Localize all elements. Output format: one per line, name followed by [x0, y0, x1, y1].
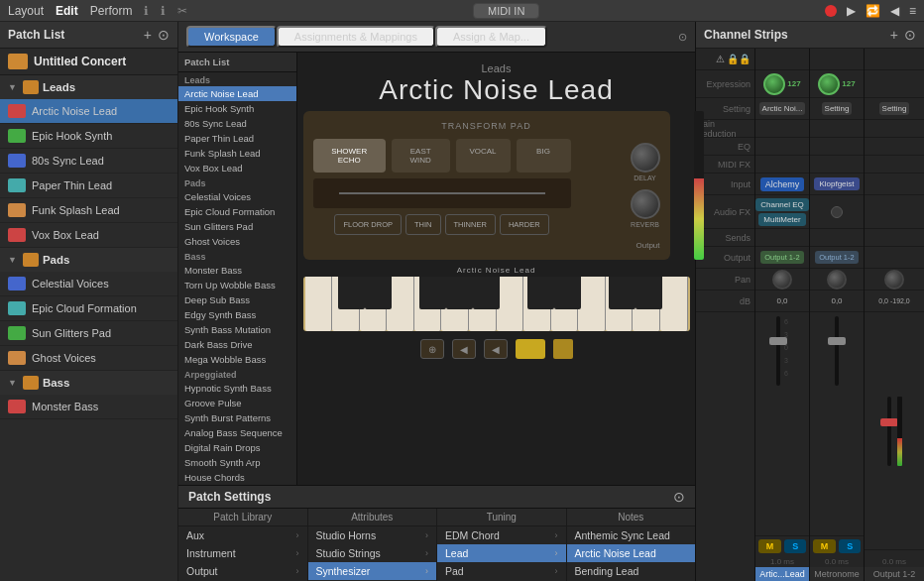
patch-item-arctic[interactable]: Arctic Noise Lead: [0, 99, 177, 124]
pl-item[interactable]: Synth Burst Patterns: [178, 410, 296, 425]
pan-knob-1[interactable]: [772, 270, 792, 290]
patch-item-sun[interactable]: Sun Glitters Pad: [0, 321, 177, 346]
plugin-alchemy[interactable]: Alchemy: [760, 177, 805, 191]
black-key[interactable]: [527, 277, 554, 309]
tab-workspace[interactable]: Workspace: [186, 26, 277, 48]
pl-item[interactable]: Vox Box Lead: [178, 161, 296, 175]
tab-assignments[interactable]: Assignments & Mappings: [277, 26, 435, 48]
rewind-button[interactable]: ◀: [890, 4, 899, 18]
strip-label-1[interactable]: Artic...Lead: [755, 567, 809, 581]
fader-handle-3a[interactable]: [880, 418, 898, 426]
patch-item-monster[interactable]: Monster Bass: [0, 395, 177, 419]
add-patch-button[interactable]: +: [144, 28, 152, 42]
pl-item[interactable]: Analog Bass Sequence: [178, 425, 296, 440]
tab-more-button[interactable]: ⊙: [678, 31, 687, 44]
pl-item[interactable]: Digital Rain Drops: [178, 440, 296, 455]
fader-handle-2[interactable]: [828, 337, 846, 345]
pl-item[interactable]: Celestial Voices: [178, 189, 296, 204]
plugin-channel-eq[interactable]: Channel EQ: [755, 198, 809, 211]
setting-btn-2[interactable]: Setting: [822, 102, 853, 115]
plugin-multimeter[interactable]: MultiMeter: [758, 213, 805, 226]
pad-big[interactable]: BIG: [517, 139, 571, 173]
patch-item-ghost[interactable]: Ghost Voices: [0, 346, 177, 371]
pad-east-wind[interactable]: EAST WIND: [392, 139, 450, 173]
ps-item-instrument[interactable]: Instrument›: [178, 544, 307, 562]
expression-knob-1[interactable]: [763, 73, 785, 95]
pad-vocal[interactable]: VOCAL: [456, 139, 511, 173]
ps-item-lead[interactable]: Lead›: [437, 544, 566, 562]
cs-add-button[interactable]: +: [890, 28, 898, 42]
folder-leads[interactable]: ▼ Leads: [0, 75, 177, 99]
pl-item[interactable]: Hypnotic Synth Bass: [178, 381, 296, 396]
ps-item-studio-strings[interactable]: Studio Strings›: [308, 544, 437, 562]
control-btn-1[interactable]: ⊕: [420, 339, 444, 359]
expression-knob-2[interactable]: [818, 73, 840, 95]
sidebar-options-button[interactable]: ⊙: [158, 28, 170, 42]
setting-btn-3[interactable]: Setting: [879, 102, 910, 115]
pl-item[interactable]: Synth Bass Mutation: [178, 322, 296, 337]
pan-knob-2[interactable]: [827, 270, 847, 290]
patch-item-paper[interactable]: Paper Thin Lead: [0, 174, 177, 198]
ps-options-button[interactable]: ⊙: [673, 490, 685, 504]
menu-edit[interactable]: Edit: [56, 4, 78, 18]
tab-assign-map[interactable]: Assign & Map...: [435, 26, 547, 48]
ps-note-anthemic[interactable]: Anthemic Sync Lead: [567, 526, 696, 544]
play-button[interactable]: ▶: [847, 4, 856, 18]
black-key[interactable]: [635, 277, 662, 309]
pl-item[interactable]: Epic Cloud Formation: [178, 204, 296, 219]
patch-item-epic-hook[interactable]: Epic Hook Synth: [0, 124, 177, 149]
black-key[interactable]: [554, 277, 581, 309]
pl-item[interactable]: Epic Hook Synth: [178, 101, 296, 116]
pl-item[interactable]: Deep Sub Bass: [178, 292, 296, 307]
ps-item-output[interactable]: Output›: [178, 562, 307, 580]
pad-shower-echo[interactable]: SHOWER ECHO: [313, 139, 386, 173]
setting-btn-1[interactable]: Arctic Noi...: [759, 102, 806, 115]
ps-note-arctic[interactable]: Arctic Noise Lead: [567, 544, 696, 562]
ps-item-studio-horns[interactable]: Studio Horns›: [308, 526, 437, 544]
slider-thin[interactable]: THIN: [405, 214, 441, 235]
pl-item[interactable]: Arctic Noise Lead: [178, 86, 296, 101]
white-key[interactable]: [578, 277, 606, 331]
mute-btn-2[interactable]: M: [813, 539, 837, 553]
delay-knob[interactable]: [631, 143, 660, 173]
master-button[interactable]: ≡: [909, 4, 916, 18]
folder-bass[interactable]: ▼ Bass: [0, 371, 177, 395]
slider-harder[interactable]: HARDER: [500, 214, 549, 235]
patch-item-80s[interactable]: 80s Sync Lead: [0, 149, 177, 174]
strip-label-2[interactable]: Metronome: [810, 567, 864, 581]
audio-fx-chain-2[interactable]: [831, 206, 843, 218]
info-icon-1[interactable]: ℹ: [144, 4, 149, 18]
slider-floor-drop[interactable]: FLOOR DROP: [334, 214, 402, 235]
pl-item[interactable]: Smooth Synth Arp: [178, 455, 296, 470]
ps-note-bending[interactable]: Bending Lead: [567, 562, 696, 580]
control-btn-2[interactable]: ◀: [452, 339, 476, 359]
pl-item[interactable]: Ghost Voices: [178, 234, 296, 249]
pl-item[interactable]: Edgy Synth Bass: [178, 307, 296, 322]
menu-layout[interactable]: Layout: [8, 4, 44, 18]
black-key[interactable]: [338, 277, 365, 309]
plugin-klopfgeist[interactable]: Klopfgeist: [814, 177, 859, 190]
record-button[interactable]: [825, 5, 837, 17]
fader-handle-1[interactable]: [769, 337, 787, 345]
black-key[interactable]: [473, 277, 500, 309]
black-key[interactable]: [365, 277, 392, 309]
white-key[interactable]: [497, 277, 524, 331]
menu-perform[interactable]: Perform: [90, 4, 133, 18]
output-btn-1[interactable]: Output 1-2: [760, 251, 803, 264]
mute-btn-1[interactable]: M: [758, 539, 782, 553]
white-key[interactable]: [660, 277, 688, 331]
patch-item-celestial[interactable]: Celestial Voices: [0, 272, 177, 296]
black-key[interactable]: [419, 277, 446, 309]
pl-item[interactable]: Dark Bass Drive: [178, 337, 296, 352]
solo-btn-1[interactable]: S: [784, 539, 806, 553]
pl-item[interactable]: Funk Splash Lead: [178, 146, 296, 161]
black-key[interactable]: [446, 277, 473, 309]
patch-item-vox[interactable]: Vox Box Lead: [0, 223, 177, 248]
slider-thinner[interactable]: THINNER: [445, 214, 496, 235]
cs-options-button[interactable]: ⊙: [904, 28, 916, 42]
pl-item[interactable]: Monster Bass: [178, 263, 296, 278]
ps-item-pad[interactable]: Pad›: [437, 562, 566, 580]
strip-label-3[interactable]: Output 1-2: [865, 567, 924, 581]
black-key[interactable]: [609, 277, 635, 309]
info-icon-2[interactable]: ℹ: [161, 4, 166, 18]
